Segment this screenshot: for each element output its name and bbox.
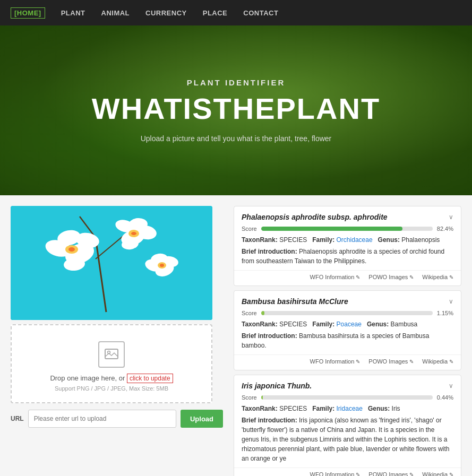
svg-rect-0	[11, 206, 212, 320]
orchid-image	[11, 206, 212, 320]
genus-label-1: Genus:	[378, 236, 402, 244]
hero-title: WHATISTHEPLANT	[92, 91, 380, 126]
wikipedia-link-3[interactable]: Wikipedia	[422, 471, 453, 476]
svg-point-10	[68, 247, 75, 252]
plant-image-display	[11, 206, 212, 320]
navbar: [HOME] PLANT ANIMAL CURRENCY PLACE CONTA…	[0, 0, 472, 25]
hero-subtitle: PLANT IDENTIFIER	[187, 78, 286, 87]
wfo-link-2[interactable]: WFO Information	[310, 358, 361, 365]
left-panel: Drop one image here, or click to update …	[11, 206, 223, 476]
score-row-2: Score 1.15%	[234, 310, 461, 319]
links-row-3: WFO Information POWO Images Wikipedia	[234, 468, 461, 476]
score-label-3: Score	[242, 394, 257, 401]
score-bar-wrap-3	[261, 395, 433, 400]
nav-item-currency[interactable]: CURRENCY	[145, 9, 187, 17]
nav-item-place[interactable]: PLACE	[203, 9, 228, 17]
nav-item-animal[interactable]: ANIMAL	[101, 9, 130, 17]
brief-row-2: Brief introduction: Bambusa basihirsuta …	[234, 330, 461, 354]
collapse-chevron-3[interactable]: ∨	[449, 382, 453, 390]
powo-link-2[interactable]: POWO Images	[368, 358, 414, 365]
score-row-3: Score 0.44%	[234, 394, 461, 404]
url-input[interactable]	[28, 410, 176, 428]
nav-item-contact[interactable]: CONTACT	[243, 9, 278, 17]
brief-row-1: Brief introduction: Phalaenopsis aphrodi…	[234, 246, 461, 270]
powo-link-1[interactable]: POWO Images	[368, 274, 414, 280]
collapse-chevron-2[interactable]: ∨	[449, 298, 453, 305]
family-label-2: Family:	[312, 321, 336, 328]
family-value-1: Orchidaceae	[337, 236, 373, 244]
family-value-3: Iridaceae	[337, 405, 363, 412]
result-card-3: Iris japonica Thunb. ∨ Score 0.44% Taxon…	[234, 375, 461, 476]
support-formats-text: Support PNG / JPG / JPEG, Max Size: 5MB	[22, 385, 201, 392]
svg-point-23	[160, 264, 164, 267]
upload-button[interactable]: Upload	[181, 410, 223, 428]
svg-rect-24	[105, 349, 118, 359]
taxon-row-1: TaxonRank: SPECIES Family: Orchidaceae G…	[234, 235, 461, 246]
url-label: URL	[11, 415, 24, 422]
hero-description: Upload a picture and tell you what is th…	[141, 134, 332, 143]
score-bar-wrap-1	[261, 227, 433, 231]
taxon-rank-label-1: TaxonRank:	[242, 236, 279, 244]
url-input-row: URL Upload	[11, 410, 223, 428]
svg-point-17	[131, 232, 136, 235]
nav-item-home[interactable]: [HOME]	[11, 7, 45, 19]
wfo-link-3[interactable]: WFO Information	[310, 471, 361, 476]
family-label-1: Family:	[312, 236, 336, 244]
score-row-1: Score 82.4%	[234, 226, 461, 235]
family-value-2: Poaceae	[337, 321, 362, 328]
links-row-1: WFO Information POWO Images Wikipedia	[234, 270, 461, 285]
right-panel: Phalaenopsis aphrodite subsp. aphrodite …	[234, 206, 461, 476]
score-bar-wrap-2	[261, 311, 433, 315]
wikipedia-link-1[interactable]: Wikipedia	[422, 274, 453, 280]
brief-label-1: Brief introduction:	[242, 248, 299, 255]
taxon-rank-value-1: SPECIES	[279, 236, 307, 244]
powo-link-3[interactable]: POWO Images	[368, 471, 414, 476]
family-label-3: Family:	[312, 405, 336, 412]
links-row-2: WFO Information POWO Images Wikipedia	[234, 354, 461, 370]
taxon-rank-label-2: TaxonRank:	[242, 321, 279, 328]
genus-label-2: Genus:	[367, 321, 391, 328]
collapse-chevron-1[interactable]: ∨	[449, 213, 453, 221]
result-name-3: Iris japonica Thunb.	[242, 382, 312, 390]
main-content: Drop one image here, or click to update …	[0, 195, 472, 476]
hero-section: PLANT IDENTIFIER WHATISTHEPLANT Upload a…	[0, 25, 472, 195]
taxon-row-3: TaxonRank: SPECIES Family: Iridaceae Gen…	[234, 404, 461, 414]
upload-dropzone[interactable]: Drop one image here, or click to update …	[11, 324, 212, 403]
taxon-row-2: TaxonRank: SPECIES Family: Poaceae Genus…	[234, 319, 461, 330]
genus-label-3: Genus:	[368, 405, 392, 412]
result-card-2: Bambusa basihirsuta McClure ∨ Score 1.15…	[234, 290, 461, 370]
score-percent-2: 1.15%	[437, 310, 453, 316]
genus-value-1: Phalaenopsis	[401, 236, 440, 244]
score-bar-2	[261, 311, 264, 315]
click-to-update-link[interactable]: click to update	[127, 374, 173, 383]
drop-label: Drop one image here, or	[50, 374, 127, 382]
genus-value-2: Bambusa	[391, 321, 418, 328]
score-label-2: Score	[242, 310, 257, 316]
brief-row-3: Brief introduction: Iris japonica (also …	[234, 414, 461, 468]
drop-text: Drop one image here, or click to update	[22, 374, 201, 382]
image-icon	[104, 347, 119, 362]
result-card-1: Phalaenopsis aphrodite subsp. aphrodite …	[234, 206, 461, 286]
score-percent-1: 82.4%	[437, 226, 453, 232]
result-header-2: Bambusa basihirsuta McClure ∨	[234, 291, 461, 310]
result-header-3: Iris japonica Thunb. ∨	[234, 375, 461, 394]
brief-label-2: Brief introduction:	[242, 332, 299, 340]
wikipedia-link-2[interactable]: Wikipedia	[422, 358, 453, 365]
result-name-2: Bambusa basihirsuta McClure	[242, 297, 348, 306]
wfo-link-1[interactable]: WFO Information	[310, 274, 361, 280]
score-bar-1	[261, 227, 402, 231]
result-name-1: Phalaenopsis aphrodite subsp. aphrodite	[242, 213, 388, 221]
brief-label-3: Brief introduction:	[242, 417, 299, 424]
score-label-1: Score	[242, 226, 257, 232]
taxon-rank-value-3: SPECIES	[279, 405, 307, 412]
taxon-rank-label-3: TaxonRank:	[242, 405, 279, 412]
nav-item-plant[interactable]: PLANT	[61, 9, 85, 17]
score-percent-3: 0.44%	[437, 394, 453, 401]
result-header-1: Phalaenopsis aphrodite subsp. aphrodite …	[234, 206, 461, 226]
taxon-rank-value-2: SPECIES	[279, 321, 307, 328]
image-placeholder-icon	[98, 341, 125, 368]
score-bar-3	[261, 395, 263, 400]
genus-value-3: Iris	[392, 405, 400, 412]
